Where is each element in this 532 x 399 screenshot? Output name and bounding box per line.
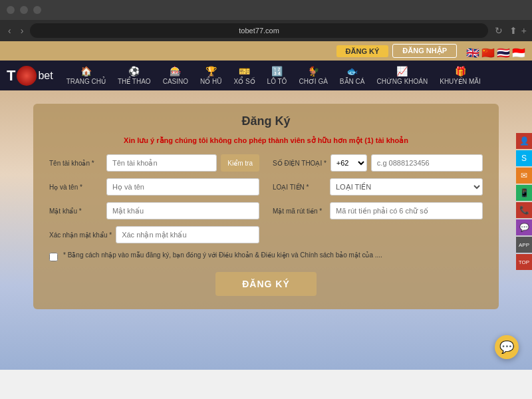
phone-prefix-select[interactable]: +62	[331, 154, 367, 172]
nav-xo-so-label: XỔ SỐ	[233, 78, 255, 85]
nav-the-thao[interactable]: ⚽ THỂ THAO	[112, 63, 156, 88]
flag-cn[interactable]: 🇨🇳	[481, 47, 495, 56]
share-icon[interactable]: ⬆	[509, 25, 517, 36]
reload-btn[interactable]: ↻	[492, 24, 505, 37]
sidebar-phone-icon[interactable]: 📞	[516, 202, 532, 218]
nav-bar: T bet 🏠 TRANG CHỦ ⚽ THỂ THAO 🎰 CASINO 🏆 …	[0, 61, 532, 90]
slots-icon: 🏆	[205, 66, 217, 76]
browser-actions: ⬆ +	[509, 25, 527, 36]
logo-t: T	[7, 67, 15, 84]
nav-lo-to[interactable]: 🔢 LÔ TÔ	[262, 63, 293, 88]
flag-id[interactable]: 🇮🇩	[512, 47, 525, 56]
browser-close-btn[interactable]	[7, 6, 15, 14]
url-text: tobet77.com	[239, 27, 279, 35]
fullname-row: Họ và tên *	[49, 178, 259, 196]
form-grid: Tên tài khoản * Kiểm tra SỐ ĐIỆN THOẠI *…	[49, 154, 483, 243]
sidebar-skype-icon[interactable]: S	[516, 150, 532, 166]
language-flags: 🇬🇧 🇨🇳 🇹🇭 🇮🇩	[466, 47, 525, 56]
nav-casino[interactable]: 🎰 CASINO	[158, 63, 194, 88]
submit-button[interactable]: ĐĂNG KÝ	[215, 272, 317, 296]
sidebar-mail-icon[interactable]: ✉	[516, 168, 532, 184]
phone-row: SỐ ĐIỆN THOẠI * +62	[273, 154, 483, 172]
confirm-label: Xác nhận mật khẩu *	[49, 231, 112, 239]
nav-ban-ca-label: BẮN CÁ	[340, 78, 365, 85]
nav-khuyen-mai-label: KHUYẾN MÃI	[440, 78, 481, 85]
browser-chrome: ‹ › tobet77.com ↻ ⬆ +	[0, 0, 532, 41]
logo[interactable]: T bet	[7, 66, 53, 86]
website: ĐĂNG KÝ ĐĂNG NHẬP 🇬🇧 🇨🇳 🇹🇭 🇮🇩 T bet 🏠 TR…	[0, 41, 532, 399]
stocks-icon: 📈	[396, 66, 408, 76]
login-button[interactable]: ĐĂNG NHẬP	[392, 44, 457, 58]
terms-text: * Bằng cách nhập vào mẫu đăng ký, bạn đồ…	[63, 251, 382, 259]
nav-no-hu[interactable]: 🏆 NỔ HŨ	[195, 63, 227, 88]
sidebar-whatsapp-icon[interactable]: 📱	[516, 185, 532, 201]
nav-choi-ga-label: CHƠI GÀ	[299, 78, 327, 85]
sidebar-chat-icon[interactable]: 💬	[516, 219, 532, 235]
fullname-input[interactable]	[106, 178, 259, 196]
logo-icon	[17, 66, 37, 86]
nav-ban-ca[interactable]: 🐟 BẮN CÁ	[334, 63, 370, 88]
browser-top-bar	[0, 0, 532, 20]
password-input[interactable]	[106, 202, 259, 219]
form-warning: Xin lưu ý rằng chúng tôi không cho phép …	[49, 136, 483, 145]
back-arrow[interactable]: ‹	[5, 24, 14, 37]
sports-icon: ⚽	[128, 66, 140, 76]
currency-label: LOẠI TIỀN *	[273, 184, 326, 191]
terms-checkbox[interactable]	[49, 253, 58, 261]
browser-min-btn[interactable]	[20, 6, 28, 14]
main-content: Đăng Ký Xin lưu ý rằng chúng tôi không c…	[0, 90, 532, 370]
terms-row: * Bằng cách nhập vào mẫu đăng ký, bạn đồ…	[49, 251, 483, 261]
check-button[interactable]: Kiểm tra	[221, 154, 259, 172]
nav-choi-ga[interactable]: 🐓 CHƠI GÀ	[293, 63, 332, 88]
username-input[interactable]	[106, 154, 217, 172]
chat-bubble[interactable]: 💬	[495, 335, 519, 359]
password-label: Mật khẩu *	[49, 207, 102, 215]
username-label: Tên tài khoản *	[49, 160, 102, 167]
nav-xo-so[interactable]: 🎫 XỔ SỐ	[228, 63, 260, 88]
auth-bar: ĐĂNG KÝ ĐĂNG NHẬP 🇬🇧 🇨🇳 🇹🇭 🇮🇩	[0, 41, 532, 61]
sidebar-top-label[interactable]: TOP	[516, 254, 532, 270]
forward-arrow[interactable]: ›	[18, 24, 27, 37]
registration-form-container: Đăng Ký Xin lưu ý rằng chúng tôi không c…	[33, 104, 499, 309]
browser-nav: ‹ › tobet77.com ↻ ⬆ +	[0, 20, 532, 41]
phone-label: SỐ ĐIỆN THOẠI *	[273, 160, 327, 167]
flag-en[interactable]: 🇬🇧	[466, 47, 479, 56]
username-row: Tên tài khoản * Kiểm tra	[49, 154, 259, 172]
nav-the-thao-label: THỂ THAO	[118, 78, 151, 85]
currency-select[interactable]: LOẠI TIỀN VND USD	[330, 178, 483, 196]
logo-bet: bet	[38, 70, 53, 82]
loto-icon: 🔢	[271, 66, 283, 76]
fish-icon: 🐟	[346, 66, 358, 76]
sidebar-profile-icon[interactable]: 👤	[516, 133, 532, 149]
pin-label: Mật mã rút tiền *	[273, 207, 326, 215]
home-icon: 🏠	[80, 66, 92, 76]
register-button[interactable]: ĐĂNG KÝ	[336, 45, 389, 57]
confirm-input[interactable]	[116, 226, 259, 243]
submit-row: ĐĂNG KÝ	[49, 272, 483, 296]
nav-no-hu-label: NỔ HŨ	[200, 78, 221, 85]
nav-khuyen-mai[interactable]: 🎁 KHUYẾN MÃI	[434, 63, 486, 88]
right-sidebar: 👤 S ✉ 📱 📞 💬 APP TOP	[516, 133, 532, 270]
password-row: Mật khẩu *	[49, 202, 259, 219]
url-bar[interactable]: tobet77.com	[30, 23, 487, 38]
nav-trang-chu-label: TRANG CHỦ	[66, 78, 106, 85]
nav-lo-to-label: LÔ TÔ	[267, 78, 287, 85]
cockfight-icon: 🐓	[308, 66, 319, 76]
nav-trang-chu[interactable]: 🏠 TRANG CHỦ	[61, 63, 111, 88]
browser-max-btn[interactable]	[33, 6, 41, 14]
phone-input[interactable]	[371, 154, 483, 172]
lottery-icon: 🎫	[239, 66, 250, 76]
pin-input[interactable]	[330, 202, 483, 219]
casino-icon: 🎰	[170, 66, 181, 76]
nav-chung-khoan-label: CHỨNG KHOÁN	[376, 78, 428, 85]
sidebar-app-label[interactable]: APP	[516, 237, 532, 253]
new-tab-icon[interactable]: +	[521, 25, 527, 36]
confirm-row: Xác nhận mật khẩu *	[49, 226, 259, 243]
fullname-label: Họ và tên *	[49, 184, 102, 191]
pin-row: Mật mã rút tiền *	[273, 202, 483, 219]
nav-casino-label: CASINO	[163, 78, 188, 85]
currency-row: LOẠI TIỀN * LOẠI TIỀN VND USD	[273, 178, 483, 196]
flag-th[interactable]: 🇹🇭	[497, 47, 510, 56]
nav-chung-khoan[interactable]: 📈 CHỨNG KHOÁN	[371, 63, 433, 88]
form-title: Đăng Ký	[49, 114, 483, 128]
